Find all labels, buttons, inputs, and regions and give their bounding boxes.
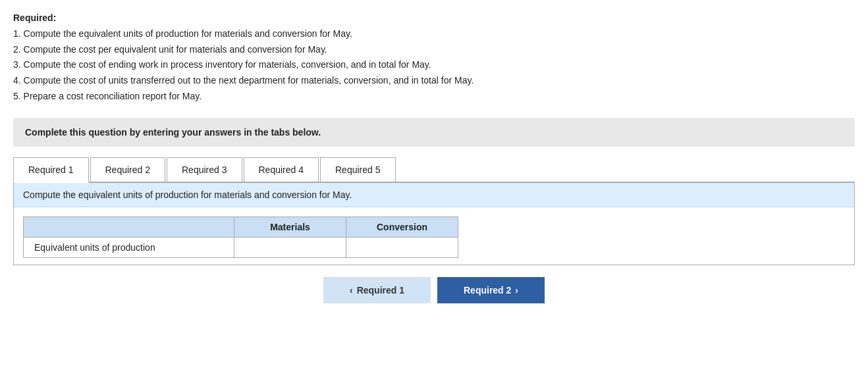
materials-input[interactable]: [234, 238, 346, 257]
materials-header: Materials: [234, 217, 346, 237]
next-button-label: Required 2: [464, 285, 511, 295]
required-list: 1. Compute the equivalent units of produ…: [13, 26, 855, 105]
req-item-1: 1. Compute the equivalent units of produ…: [13, 26, 855, 42]
next-button[interactable]: Required 2 ›: [437, 277, 545, 303]
next-chevron-icon: ›: [515, 285, 518, 295]
tab-required-4[interactable]: Required 4: [244, 157, 319, 182]
prev-button-label: Required 1: [357, 285, 404, 295]
production-table: Materials Conversion Equivalent units of…: [23, 217, 458, 258]
conversion-header: Conversion: [346, 217, 458, 237]
prev-button[interactable]: ‹ Required 1: [323, 277, 431, 303]
tab-required-3[interactable]: Required 3: [167, 157, 242, 182]
instruction-box: Complete this question by entering your …: [13, 118, 855, 147]
tab-content-area: Compute the equivalent units of producti…: [13, 183, 855, 265]
req-item-5: 5. Prepare a cost reconciliation report …: [13, 89, 855, 105]
table-row: Equivalent units of production: [24, 237, 458, 257]
req-item-4: 4. Compute the cost of units transferred…: [13, 73, 855, 89]
required-label: Required:: [13, 13, 56, 23]
table-section: Materials Conversion Equivalent units of…: [14, 207, 854, 265]
conversion-input[interactable]: [346, 238, 458, 257]
tabs-container: Required 1 Required 2 Required 3 Require…: [13, 157, 855, 183]
tab-description: Compute the equivalent units of producti…: [14, 183, 854, 207]
req-item-2: 2. Compute the cost per equivalent unit …: [13, 42, 855, 58]
tab-required-1[interactable]: Required 1: [13, 157, 89, 183]
required-section: Required: 1. Compute the equivalent unit…: [13, 11, 855, 105]
conversion-input-cell[interactable]: [346, 237, 458, 257]
table-corner-header: [24, 217, 234, 237]
tab-required-5[interactable]: Required 5: [320, 157, 396, 182]
instruction-text: Complete this question by entering your …: [25, 127, 843, 138]
navigation-buttons: ‹ Required 1 Required 2 ›: [13, 277, 855, 310]
row-label: Equivalent units of production: [24, 237, 234, 257]
req-item-3: 3. Compute the cost of ending work in pr…: [13, 57, 855, 73]
materials-input-cell[interactable]: [234, 237, 346, 257]
prev-chevron-icon: ‹: [350, 285, 353, 295]
tab-required-2[interactable]: Required 2: [90, 157, 166, 182]
